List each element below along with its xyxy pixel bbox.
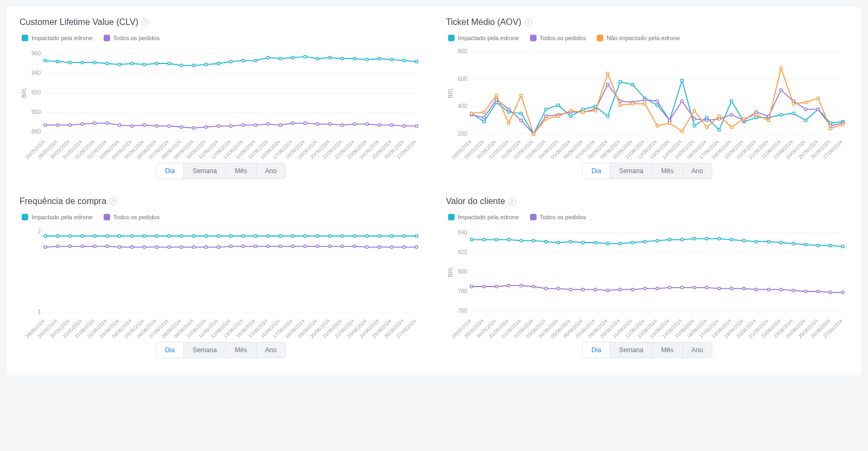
period-btn-semana[interactable]: Semana	[184, 163, 226, 179]
period-btn-mês[interactable]: Mês	[226, 163, 257, 179]
period-btn-ano[interactable]: Ano	[683, 342, 712, 358]
svg-point-53	[180, 64, 183, 67]
period-btn-mês[interactable]: Mês	[226, 342, 257, 358]
svg-point-190	[656, 100, 659, 103]
svg-point-58	[242, 59, 245, 62]
svg-point-307	[93, 245, 96, 247]
svg-point-298	[366, 234, 368, 237]
svg-point-415	[569, 288, 572, 291]
legend-swatch	[530, 214, 537, 220]
period-btn-ano[interactable]: Ano	[257, 342, 285, 358]
svg-text:2: 2	[37, 229, 41, 235]
svg-point-186	[607, 83, 609, 86]
svg-point-170	[792, 112, 795, 115]
legend-item-impacted[interactable]: Impactado pela edrone	[448, 214, 519, 220]
help-icon[interactable]: ?	[142, 18, 149, 26]
svg-point-291	[279, 234, 282, 237]
svg-text:BRL: BRL	[448, 87, 454, 98]
help-icon[interactable]: ?	[110, 198, 117, 205]
svg-point-48	[118, 63, 121, 66]
svg-point-385	[582, 242, 584, 244]
svg-point-230	[767, 119, 770, 122]
legend-item-all[interactable]: Todos os pedidos	[104, 35, 160, 41]
svg-text:1: 1	[37, 309, 41, 315]
svg-point-79	[118, 124, 121, 126]
svg-point-99	[366, 123, 368, 125]
svg-point-102	[403, 125, 405, 128]
svg-text:BRL: BRL	[448, 266, 454, 277]
svg-point-49	[130, 62, 133, 65]
legend-swatch	[22, 214, 28, 220]
svg-point-422	[656, 287, 659, 290]
svg-point-411	[520, 284, 522, 287]
svg-point-317	[217, 246, 220, 249]
period-btn-mês[interactable]: Mês	[653, 342, 683, 358]
legend-label: Todos os pedidos	[540, 35, 586, 41]
svg-text:600: 600	[458, 76, 468, 82]
svg-point-309	[118, 246, 121, 249]
svg-point-59	[254, 59, 257, 62]
svg-point-73	[44, 124, 47, 126]
period-btn-dia[interactable]: Dia	[156, 163, 184, 179]
svg-point-91	[266, 123, 269, 125]
legend-cv: Impactado pela edroneTodos os pedidos	[448, 214, 848, 220]
panel-title-aov: Ticket Médio (AOV) ?	[446, 17, 848, 27]
svg-point-209	[507, 122, 510, 124]
legend-label: Todos os pedidos	[540, 214, 586, 220]
period-btn-mês[interactable]: Mês	[653, 163, 683, 179]
period-btn-semana[interactable]: Semana	[184, 342, 226, 358]
svg-point-420	[631, 288, 634, 291]
svg-point-228	[743, 118, 745, 120]
svg-point-43	[56, 60, 59, 63]
svg-point-436	[829, 291, 832, 294]
svg-point-275	[81, 234, 84, 237]
svg-point-150	[545, 108, 547, 111]
period-btn-semana[interactable]: Semana	[610, 163, 653, 179]
svg-text:BRL: BRL	[21, 87, 27, 98]
help-icon[interactable]: ?	[525, 18, 532, 26]
svg-point-227	[730, 126, 733, 129]
legend-item-all[interactable]: Todos os pedidos	[104, 214, 160, 220]
svg-point-224	[693, 109, 695, 112]
legend-swatch	[448, 214, 455, 220]
svg-point-318	[229, 245, 232, 247]
svg-point-161	[681, 79, 684, 82]
svg-point-408	[483, 285, 486, 288]
legend-swatch	[104, 35, 110, 41]
svg-point-435	[816, 290, 819, 293]
legend-item-impacted[interactable]: Impactado pela edrone	[22, 214, 93, 220]
svg-point-223	[681, 130, 684, 132]
help-icon[interactable]: ?	[508, 198, 516, 205]
legend-item-all[interactable]: Todos os pedidos	[530, 35, 586, 41]
svg-point-327	[341, 245, 343, 247]
svg-point-381	[532, 239, 535, 242]
legend-item-impacted[interactable]: Impactado pela edrone	[448, 35, 519, 41]
svg-point-70	[390, 58, 393, 61]
legend-item-not_impacted[interactable]: Não impactado pela edrone	[597, 35, 680, 41]
legend-swatch	[597, 35, 603, 41]
svg-point-103	[415, 125, 418, 128]
svg-point-72	[415, 60, 418, 63]
svg-point-42	[44, 59, 47, 62]
svg-point-67	[353, 58, 356, 60]
svg-point-314	[180, 246, 183, 249]
legend-item-all[interactable]: Todos os pedidos	[530, 214, 586, 220]
svg-point-292	[291, 234, 294, 237]
svg-point-311	[143, 246, 145, 249]
period-controls-aov: DiaSemanaMêsAno	[446, 163, 848, 179]
period-btn-dia[interactable]: Dia	[156, 342, 184, 358]
legend-item-impacted[interactable]: Impactado pela edrone	[22, 35, 93, 41]
period-btn-dia[interactable]: Dia	[583, 163, 610, 179]
period-controls-cv: DiaSemanaMêsAno	[446, 342, 848, 358]
period-btn-dia[interactable]: Dia	[583, 342, 610, 358]
period-btn-ano[interactable]: Ano	[257, 163, 285, 179]
svg-point-69	[378, 58, 381, 60]
period-btn-semana[interactable]: Semana	[610, 342, 653, 358]
svg-point-378	[495, 238, 497, 241]
svg-point-278	[118, 234, 121, 237]
legend-label: Impactado pela edrone	[31, 35, 93, 41]
svg-point-178	[507, 108, 510, 111]
period-btn-ano[interactable]: Ano	[683, 163, 712, 179]
svg-point-418	[607, 289, 609, 292]
panel-title-freq: Frequência de compra ?	[20, 196, 422, 206]
